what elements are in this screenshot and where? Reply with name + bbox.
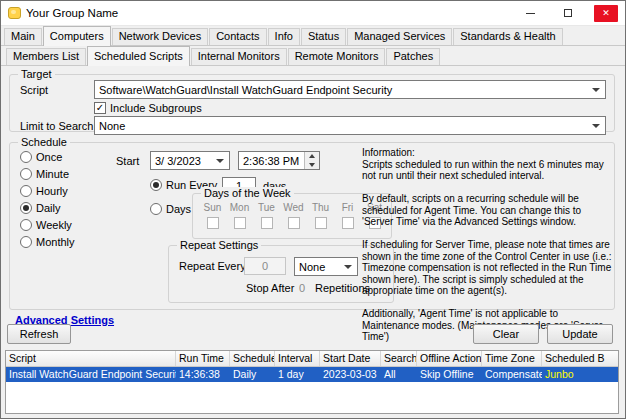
radio-daily[interactable] bbox=[20, 202, 32, 214]
radio-monthly-label: Monthly bbox=[36, 236, 75, 248]
radio-weekly-label: Weekly bbox=[36, 219, 72, 231]
tab-members-list[interactable]: Members List bbox=[6, 48, 86, 65]
repeat-every-input[interactable] bbox=[244, 257, 286, 275]
column-header-interval[interactable]: Interval bbox=[275, 351, 320, 366]
column-header-time-zone[interactable]: Time Zone bbox=[482, 351, 542, 366]
start-date-value: 3/ 3/2023 bbox=[155, 155, 201, 167]
frequency-monthly-row: Monthly bbox=[20, 236, 75, 248]
tab-remote-monitors[interactable]: Remote Monitors bbox=[288, 48, 386, 65]
limit-to-search-label: Limit to Search bbox=[20, 120, 93, 132]
column-header-run-time[interactable]: Run Time bbox=[176, 351, 230, 366]
script-label: Script bbox=[20, 84, 48, 96]
start-time-spinner[interactable]: 2:36:38 PM bbox=[238, 151, 320, 170]
repeat-interval-value: None bbox=[299, 261, 325, 273]
chevron-down-icon bbox=[344, 265, 352, 269]
tab-internal-monitors[interactable]: Internal Monitors bbox=[191, 48, 287, 65]
tab-managed-services[interactable]: Managed Services bbox=[347, 28, 452, 45]
stop-after-value: 0 bbox=[299, 282, 305, 294]
cell-schedule: Daily bbox=[230, 367, 275, 382]
stop-after-label: Stop After bbox=[246, 282, 294, 294]
radio-minute[interactable] bbox=[20, 168, 32, 180]
dow-checkbox-sun[interactable] bbox=[207, 217, 219, 229]
time-spin-buttons bbox=[304, 152, 319, 169]
radio-run-every[interactable] bbox=[150, 179, 162, 191]
tab-network-devices[interactable]: Network Devices bbox=[112, 28, 209, 45]
close-button[interactable]: ✕ bbox=[587, 1, 625, 25]
column-header-search[interactable]: Search bbox=[381, 351, 417, 366]
cell-time-zone: Compensated bbox=[482, 367, 542, 382]
radio-daily-label: Daily bbox=[36, 202, 60, 214]
column-header-start-date[interactable]: Start Date bbox=[320, 351, 381, 366]
cell-scheduled-by: Junbo bbox=[542, 367, 618, 382]
schedule-info-text: Information: Scripts scheduled to run wi… bbox=[362, 147, 612, 343]
tab-info[interactable]: Info bbox=[268, 28, 300, 45]
start-time-value: 2:36:38 PM bbox=[239, 155, 304, 167]
computers-sub-tab-bar: Members List Scheduled Scripts Internal … bbox=[1, 46, 625, 66]
group-properties-window: Your Group Name ✕ Main Computers Network… bbox=[0, 0, 626, 419]
cell-interval: 1 day bbox=[275, 367, 320, 382]
dow-label-fri: Fri bbox=[342, 202, 354, 213]
column-header-scheduled-by[interactable]: Scheduled B bbox=[542, 351, 618, 366]
target-groupbox: Target Script Software\WatchGuard\Instal… bbox=[9, 74, 615, 132]
radio-hourly-label: Hourly bbox=[36, 185, 68, 197]
frequency-minute-row: Minute bbox=[20, 168, 69, 180]
dow-checkbox-thu[interactable] bbox=[315, 217, 327, 229]
maximize-button[interactable] bbox=[549, 1, 587, 25]
spin-up-button[interactable] bbox=[305, 152, 319, 161]
cell-search: All bbox=[381, 367, 417, 382]
spin-down-button[interactable] bbox=[305, 161, 319, 170]
tab-main[interactable]: Main bbox=[4, 28, 42, 45]
frequency-once-row: Once bbox=[20, 151, 62, 163]
script-dropdown[interactable]: Software\WatchGuard\Install WatchGuard E… bbox=[94, 80, 606, 99]
dow-checkbox-fri[interactable] bbox=[342, 217, 354, 229]
column-header-script[interactable]: Script bbox=[6, 351, 176, 366]
close-icon: ✕ bbox=[594, 5, 618, 22]
radio-weekly[interactable] bbox=[20, 219, 32, 231]
column-header-schedule[interactable]: Schedule bbox=[230, 351, 275, 366]
frequency-hourly-row: Hourly bbox=[20, 185, 68, 197]
days-of-week-legend: Days of the Week bbox=[201, 187, 294, 199]
include-subgroups-label: Include Subgroups bbox=[110, 102, 202, 114]
radio-monthly[interactable] bbox=[20, 236, 32, 248]
start-date-picker[interactable]: 3/ 3/2023 bbox=[150, 151, 230, 170]
tab-scheduled-scripts[interactable]: Scheduled Scripts bbox=[87, 46, 190, 66]
radio-minute-label: Minute bbox=[36, 168, 69, 180]
table-row[interactable]: Install WatchGuard Endpoint Security 14:… bbox=[6, 367, 618, 382]
scheduled-scripts-panel: Target Script Software\WatchGuard\Instal… bbox=[1, 66, 625, 418]
repeat-interval-dropdown[interactable]: None bbox=[294, 257, 358, 276]
repeat-settings-legend: Repeat Settings bbox=[177, 239, 261, 251]
clear-button[interactable]: Clear bbox=[473, 324, 539, 344]
dow-checkbox-tue[interactable] bbox=[261, 217, 273, 229]
radio-once-label: Once bbox=[36, 151, 62, 163]
include-subgroups-checkbox[interactable]: ✓ bbox=[94, 102, 106, 114]
column-header-offline-action[interactable]: Offline Action bbox=[417, 351, 482, 366]
dow-label-mon: Mon bbox=[230, 202, 249, 213]
maximize-icon bbox=[564, 9, 572, 17]
tab-computers[interactable]: Computers bbox=[43, 26, 111, 46]
spin-down-icon bbox=[309, 163, 315, 167]
scheduled-scripts-table: Script Run Time Schedule Interval Start … bbox=[5, 350, 619, 414]
cell-script: Install WatchGuard Endpoint Security bbox=[6, 367, 176, 382]
tab-standards-health[interactable]: Standards & Health bbox=[453, 28, 562, 45]
dow-checkbox-mon[interactable] bbox=[234, 217, 246, 229]
radio-hourly[interactable] bbox=[20, 185, 32, 197]
refresh-button[interactable]: Refresh bbox=[7, 324, 71, 344]
caption-buttons: ✕ bbox=[511, 1, 625, 25]
radio-once[interactable] bbox=[20, 151, 32, 163]
window-title: Your Group Name bbox=[26, 7, 118, 19]
cell-start-date: 2023-03-03 bbox=[320, 367, 381, 382]
tab-patches[interactable]: Patches bbox=[386, 48, 440, 65]
limit-to-search-dropdown[interactable]: None bbox=[94, 116, 606, 135]
dow-checkbox-wed[interactable] bbox=[288, 217, 300, 229]
script-dropdown-value: Software\WatchGuard\Install WatchGuard E… bbox=[99, 84, 392, 96]
radio-days[interactable] bbox=[150, 203, 162, 215]
minimize-button[interactable] bbox=[511, 1, 549, 25]
tab-contacts[interactable]: Contacts bbox=[209, 28, 266, 45]
frequency-daily-row: Daily bbox=[20, 202, 60, 214]
dow-label-tue: Tue bbox=[258, 202, 275, 213]
repeat-settings-groupbox: Repeat Settings Repeat Every None Stop A… bbox=[168, 245, 394, 303]
chevron-down-icon bbox=[592, 124, 600, 128]
tab-status[interactable]: Status bbox=[301, 28, 346, 45]
dow-label-wed: Wed bbox=[283, 202, 303, 213]
update-button[interactable]: Update bbox=[547, 324, 613, 344]
